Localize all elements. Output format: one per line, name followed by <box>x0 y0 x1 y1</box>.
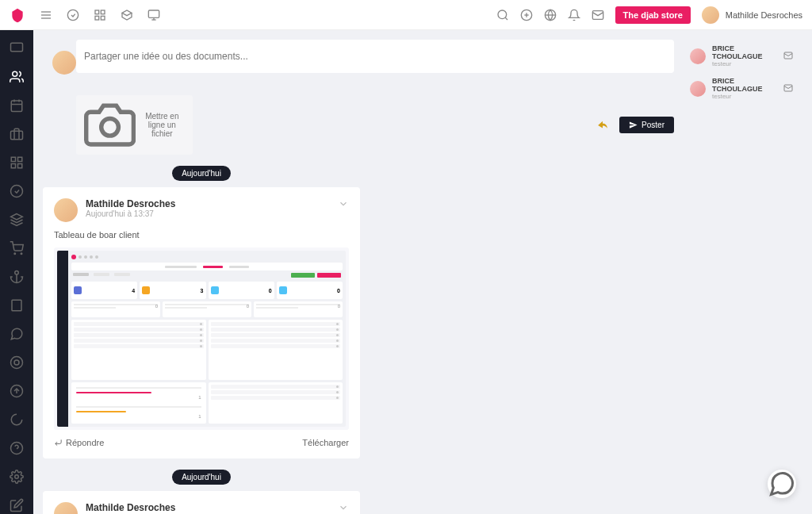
check-circle-icon[interactable] <box>67 9 79 21</box>
post-time: Aujourd'hui à 13:37 <box>86 209 330 218</box>
sidebar-chart-icon[interactable] <box>10 412 24 427</box>
svg-point-3 <box>67 10 78 20</box>
globe-icon[interactable] <box>544 9 557 21</box>
contact-role: testeur <box>712 60 777 67</box>
camera-icon <box>84 99 136 151</box>
svg-rect-19 <box>11 43 23 52</box>
day-divider: Aujourd'hui <box>43 166 360 181</box>
chat-icon <box>768 470 796 498</box>
plus-circle-icon[interactable] <box>520 9 533 21</box>
contact-mail-button[interactable] <box>783 49 793 63</box>
sidebar-layers-icon[interactable] <box>10 213 24 227</box>
upload-file-button[interactable]: Mettre en ligne un fichier <box>76 95 193 155</box>
menu-icon[interactable] <box>40 9 52 21</box>
svg-rect-4 <box>95 10 99 14</box>
sidebar-monitor-icon[interactable] <box>10 41 24 56</box>
sidebar-settings-icon[interactable] <box>10 470 24 484</box>
logo-icon[interactable] <box>10 7 25 23</box>
sidebar-calendar-icon[interactable] <box>10 98 24 113</box>
search-icon[interactable] <box>496 9 509 21</box>
chevron-down-icon <box>338 198 349 209</box>
download-button[interactable]: Télécharger <box>302 438 349 447</box>
post-author: Mathilde Desroches <box>86 198 330 209</box>
sidebar <box>0 30 33 514</box>
day-divider: Aujourd'hui <box>43 470 360 485</box>
compose-box <box>76 40 674 73</box>
svg-point-11 <box>498 10 507 19</box>
post-attachment[interactable]: 4 3 0 0 0 0 0 <box>54 247 349 430</box>
apps-icon[interactable] <box>94 9 106 21</box>
sidebar-grid-icon[interactable] <box>10 155 24 170</box>
sidebar-edit-icon[interactable] <box>10 498 24 512</box>
reply-button[interactable]: Répondre <box>54 438 104 447</box>
contact-role: testeur <box>712 93 777 100</box>
post-author: Mathilde Desroches <box>86 502 330 513</box>
send-icon <box>629 121 638 129</box>
post-text: Tableau de boar client <box>54 230 349 240</box>
post-menu-button[interactable] <box>338 198 349 213</box>
svg-point-38 <box>14 360 19 365</box>
mail-icon[interactable] <box>592 9 604 21</box>
store-button[interactable]: The djab store <box>615 6 691 24</box>
compose-actions: Mettre en ligne un fichier Poster <box>76 95 674 155</box>
svg-point-30 <box>11 186 23 198</box>
avatar <box>702 6 719 24</box>
svg-marker-31 <box>11 214 23 221</box>
svg-rect-8 <box>148 10 159 17</box>
sidebar-cart-icon[interactable] <box>10 241 24 255</box>
svg-rect-26 <box>11 157 15 161</box>
contacts-panel: BRICE TCHOULAGUE testeur BRICE TCHOULAGU… <box>684 30 799 514</box>
svg-rect-36 <box>12 300 21 311</box>
sidebar-book-icon[interactable] <box>10 298 24 313</box>
svg-point-44 <box>102 118 119 136</box>
main-content: Mettre en ligne un fichier Poster Aujour… <box>33 30 812 514</box>
post-label: Poster <box>642 121 665 129</box>
contact-name: BRICE TCHOULAGUE <box>712 44 777 60</box>
upload-label: Mettre en ligne un fichier <box>140 112 184 138</box>
monitor-icon[interactable] <box>147 9 160 21</box>
svg-point-37 <box>11 357 23 369</box>
day-pill: Aujourd'hui <box>172 470 231 485</box>
sidebar-chat-icon[interactable] <box>10 327 24 341</box>
contact-mail-button[interactable] <box>783 82 793 96</box>
contact-avatar <box>690 81 706 97</box>
chat-fab[interactable] <box>768 470 796 498</box>
svg-point-43 <box>15 475 19 479</box>
sidebar-briefcase-icon[interactable] <box>10 127 24 141</box>
sidebar-users-icon[interactable] <box>10 70 24 84</box>
svg-rect-25 <box>11 131 23 140</box>
post-avatar <box>54 502 78 514</box>
reply-label: Répondre <box>66 438 104 447</box>
svg-line-12 <box>505 17 508 20</box>
topbar-left-icons <box>40 9 160 21</box>
attachment-icon[interactable] <box>597 120 608 131</box>
reply-icon <box>54 438 63 447</box>
svg-point-34 <box>15 271 19 275</box>
svg-rect-5 <box>101 10 105 14</box>
user-name-label: Mathilde Desroches <box>726 10 802 20</box>
post-card: Mathilde Desroches Aujourd'hui à 13:37 T… <box>43 187 360 458</box>
contact-name: BRICE TCHOULAGUE <box>712 77 777 93</box>
sidebar-lifebuoy-icon[interactable] <box>10 355 24 370</box>
post-menu-button[interactable] <box>338 502 349 514</box>
sidebar-help-icon[interactable] <box>10 441 24 455</box>
sidebar-anchor-icon[interactable] <box>10 270 24 284</box>
mail-icon <box>783 83 793 93</box>
user-menu[interactable]: Mathilde Desroches <box>702 6 802 24</box>
day-pill: Aujourd'hui <box>172 166 231 181</box>
contact-item[interactable]: BRICE TCHOULAGUE testeur <box>690 72 793 105</box>
svg-rect-6 <box>95 16 99 20</box>
contact-item[interactable]: BRICE TCHOULAGUE testeur <box>690 40 793 72</box>
post-button[interactable]: Poster <box>619 117 674 133</box>
sidebar-check-icon[interactable] <box>10 184 24 198</box>
sidebar-upload-icon[interactable] <box>10 384 24 398</box>
svg-point-32 <box>14 253 16 255</box>
svg-rect-27 <box>18 157 22 161</box>
post-avatar <box>54 198 78 222</box>
topbar: The djab store Mathilde Desroches <box>0 0 812 30</box>
svg-rect-7 <box>101 16 105 20</box>
compose-input[interactable] <box>84 48 666 65</box>
compose-avatar <box>52 51 76 75</box>
bell-icon[interactable] <box>568 9 580 21</box>
package-icon[interactable] <box>121 9 133 21</box>
